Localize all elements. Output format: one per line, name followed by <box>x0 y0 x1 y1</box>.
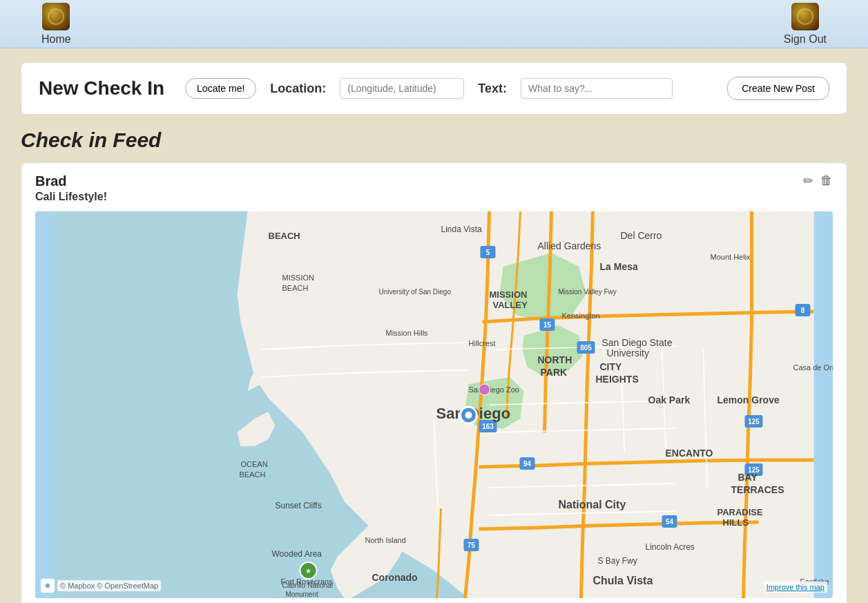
create-post-button[interactable]: Create New Post <box>727 77 829 100</box>
svg-text:Kensington: Kensington <box>562 312 600 320</box>
svg-text:San Diego State: San Diego State <box>602 337 673 348</box>
map-attribution: ⊛ © Mapbox © OpenStreetMap <box>41 579 161 593</box>
svg-text:BEACH: BEACH <box>269 231 300 241</box>
post-username: Brad <box>35 173 833 189</box>
svg-text:Wooded Area: Wooded Area <box>272 549 322 559</box>
mapbox-logo: ⊛ <box>41 579 55 593</box>
text-label: Text: <box>478 82 507 96</box>
svg-text:BEACH: BEACH <box>282 284 309 292</box>
svg-text:★: ★ <box>305 567 311 575</box>
checkin-title: New Check In <box>39 77 164 99</box>
location-label: Location: <box>270 82 326 96</box>
svg-text:Mount Helix: Mount Helix <box>711 253 751 261</box>
svg-text:San Diego Zoo: San Diego Zoo <box>469 385 519 394</box>
post-card: Brad Cali Lifestyle! ✏ 🗑 <box>21 162 847 603</box>
svg-text:Lemon Grove: Lemon Grove <box>717 394 780 405</box>
nav-home-label: Home <box>41 33 71 46</box>
svg-text:Mission Hills: Mission Hills <box>386 329 429 337</box>
svg-text:OCEAN: OCEAN <box>241 460 268 468</box>
svg-text:University of San Diego: University of San Diego <box>379 288 452 296</box>
checkin-form: New Check In Locate me! Location: Text: … <box>21 62 847 115</box>
svg-text:Monument: Monument <box>286 591 318 598</box>
svg-text:Sunset Cliffs: Sunset Cliffs <box>276 501 322 510</box>
svg-text:5: 5 <box>486 249 490 256</box>
svg-text:ENCANTO: ENCANTO <box>666 448 713 459</box>
svg-text:Allied Gardens: Allied Gardens <box>538 240 601 251</box>
improve-map-link[interactable]: Improve this map <box>764 582 827 593</box>
svg-text:VALLEY: VALLEY <box>493 300 528 310</box>
svg-text:805: 805 <box>580 344 592 352</box>
svg-text:MISSION: MISSION <box>282 274 315 282</box>
svg-text:HEIGHTS: HEIGHTS <box>596 374 639 385</box>
svg-text:PARADISE: PARADISE <box>717 507 764 517</box>
svg-text:Hillcrest: Hillcrest <box>469 339 496 347</box>
svg-text:125: 125 <box>748 418 760 425</box>
svg-text:HILLS: HILLS <box>723 517 749 528</box>
svg-text:Coronado: Coronado <box>372 572 418 583</box>
svg-text:La Mesa: La Mesa <box>600 261 638 272</box>
svg-text:8: 8 <box>801 307 805 314</box>
svg-text:94: 94 <box>523 460 532 468</box>
nav-bar: Home Sign Out <box>0 0 868 48</box>
svg-point-81 <box>465 412 472 419</box>
svg-text:Cabrillo National: Cabrillo National <box>282 582 333 589</box>
svg-text:Chula Vista: Chula Vista <box>593 575 653 586</box>
post-actions: ✏ 🗑 <box>803 173 833 189</box>
home-icon <box>42 3 70 30</box>
svg-text:TERRACES: TERRACES <box>731 484 784 495</box>
svg-text:CITY: CITY <box>600 361 623 372</box>
svg-text:54: 54 <box>666 518 674 526</box>
nav-home[interactable]: Home <box>41 3 71 46</box>
main-content: New Check In Locate me! Location: Text: … <box>0 48 868 603</box>
svg-text:163: 163 <box>482 423 494 430</box>
text-input[interactable] <box>521 78 673 99</box>
svg-text:15: 15 <box>543 321 552 329</box>
svg-text:Oak Park: Oak Park <box>648 394 691 405</box>
map-container: 163 805 15 8 5 94 125 <box>35 211 833 598</box>
svg-text:S Bay Fwy: S Bay Fwy <box>598 556 637 566</box>
nav-signout[interactable]: Sign Out <box>784 3 827 46</box>
svg-text:Casa de Oro: Casa de Oro <box>793 363 833 372</box>
svg-text:Lincoln Acres: Lincoln Acres <box>646 542 695 552</box>
svg-text:PARK: PARK <box>541 367 568 378</box>
svg-text:North Island: North Island <box>365 536 406 544</box>
location-input[interactable] <box>340 78 464 99</box>
svg-text:BAY: BAY <box>738 472 758 483</box>
delete-icon[interactable]: 🗑 <box>820 173 833 189</box>
svg-text:Mission Valley Fwy: Mission Valley Fwy <box>559 288 617 296</box>
svg-text:MISSION: MISSION <box>490 289 528 300</box>
svg-text:National City: National City <box>559 499 626 510</box>
locate-button[interactable]: Locate me! <box>185 78 256 99</box>
svg-text:Linda Vista: Linda Vista <box>441 224 482 234</box>
feed-title: Check in Feed <box>21 128 847 152</box>
signout-icon <box>791 3 819 30</box>
svg-text:BEACH: BEACH <box>240 470 266 479</box>
svg-point-79 <box>479 384 490 395</box>
svg-text:75: 75 <box>467 542 476 549</box>
attribution-text: © Mapbox © OpenStreetMap <box>57 580 161 591</box>
svg-text:NORTH: NORTH <box>538 354 572 365</box>
svg-text:University: University <box>607 347 649 358</box>
svg-text:Del Cerro: Del Cerro <box>621 230 662 241</box>
edit-icon[interactable]: ✏ <box>803 173 813 189</box>
post-message: Cali Lifestyle! <box>35 191 833 203</box>
nav-signout-label: Sign Out <box>784 33 827 46</box>
